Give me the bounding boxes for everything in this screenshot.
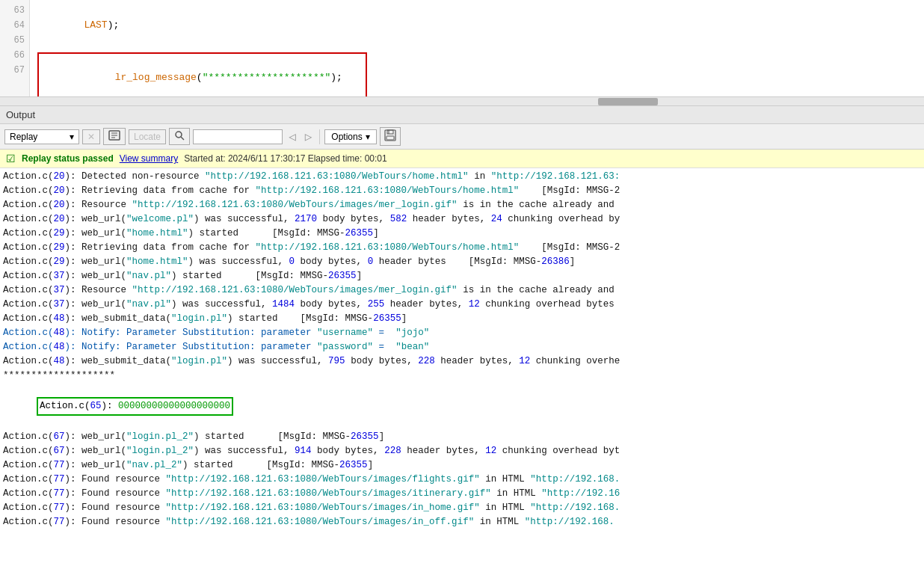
log-line-20: Action.c(77): Found resource "http://192… (3, 473, 921, 487)
save-button[interactable] (380, 127, 401, 146)
log-line-14: Action.c(48): web_submit_data("login.pl"… (3, 354, 921, 369)
options-dropdown[interactable]: Options ▾ (324, 129, 376, 144)
log-line-10: Action.c(37): web_url("nav.pl") was succ… (3, 298, 921, 312)
log-line-8: Action.c(37): web_url("nav.pl") started … (3, 269, 921, 283)
log-line-5: Action.c(29): web_url("home.html") start… (3, 227, 921, 241)
output-header: Output (0, 106, 924, 124)
code-editor: 63 64 65 66 67 LAST); lr_log_message("**… (0, 0, 924, 97)
log-line-6: Action.c(29): Retrieving data from cache… (3, 241, 921, 255)
save-icon (384, 129, 396, 141)
log-line-18: Action.c(67): web_url("login.pl_2") was … (3, 444, 921, 458)
script-view-button[interactable] (103, 128, 126, 145)
search-input[interactable] (193, 129, 283, 144)
search-icon (174, 130, 185, 141)
log-line-13: Action.c(48): Notify: Parameter Substitu… (3, 340, 921, 354)
scrollbar-thumb[interactable] (598, 98, 658, 105)
replay-dropdown[interactable]: Replay ▾ (4, 129, 79, 144)
status-passed-text: Replay status passed (22, 153, 114, 164)
view-summary-link[interactable]: View summary (120, 153, 178, 164)
log-line-19: Action.c(77): web_url("nav.pl_2") starte… (3, 458, 921, 473)
status-time-info: Started at: 2024/6/11 17:30:17 Elapsed t… (184, 153, 387, 164)
svg-rect-7 (387, 130, 393, 134)
code-content: LAST); lr_log_message("*****************… (30, 0, 924, 96)
log-line-12: Action.c(48): Notify: Parameter Substitu… (3, 326, 921, 340)
log-line-1: Action.c(20): Detected non-resource "htt… (3, 170, 921, 184)
status-bar: ☑ Replay status passed View summary Star… (0, 150, 924, 168)
search-button[interactable] (169, 128, 190, 145)
log-line-23: Action.c(77): Found resource "http://192… (3, 515, 921, 529)
highlighted-code-block: lr_log_message("********************"); … (37, 52, 367, 96)
code-line-63: LAST); (37, 3, 917, 48)
stop-button[interactable]: ✕ (82, 129, 100, 144)
replay-label: Replay (10, 132, 37, 142)
highlighted-log-block: Action.c(65): 00000000000000000000 (37, 397, 233, 416)
options-arrow: ▾ (366, 132, 370, 142)
output-toolbar: Replay ▾ ✕ Locate ◁ ▷ Options (0, 124, 924, 150)
prev-result-button[interactable]: ◁ (286, 128, 299, 146)
script-view-icon (108, 130, 120, 141)
output-label: Output (6, 109, 35, 120)
log-line-2: Action.c(20): Retrieving data from cache… (3, 184, 921, 198)
log-line-21: Action.c(77): Found resource "http://192… (3, 487, 921, 501)
log-line-17: Action.c(67): web_url("login.pl_2") star… (3, 430, 921, 444)
output-section: Output Replay ▾ ✕ Locate ◁ ▷ (0, 106, 924, 578)
log-line-7: Action.c(29): web_url("home.html") was s… (3, 255, 921, 269)
log-line-stars: ******************** (3, 369, 921, 383)
svg-point-4 (176, 132, 182, 138)
log-line-highlight: Action.c(65): 00000000000000000000 (3, 383, 921, 430)
log-line-4: Action.c(20): web_url("welcome.pl") was … (3, 212, 921, 227)
toolbar-separator (319, 129, 320, 144)
log-line-11: Action.c(48): web_submit_data("login.pl"… (3, 312, 921, 326)
log-line-22: Action.c(77): Found resource "http://192… (3, 501, 921, 515)
horizontal-scrollbar[interactable] (0, 97, 924, 106)
locate-label: Locate (134, 132, 161, 142)
line-numbers: 63 64 65 66 67 (0, 0, 30, 96)
locate-button[interactable]: Locate (129, 129, 166, 144)
status-check-icon: ☑ (6, 153, 16, 165)
svg-rect-8 (386, 136, 394, 140)
next-result-button[interactable]: ▷ (302, 128, 315, 146)
options-label: Options (331, 132, 362, 142)
replay-dropdown-arrow: ▾ (70, 132, 74, 142)
log-line-3: Action.c(20): Resource "http://192.168.1… (3, 198, 921, 212)
log-output[interactable]: Action.c(20): Detected non-resource "htt… (0, 168, 924, 578)
svg-line-5 (181, 137, 184, 140)
log-line-9: Action.c(37): Resource "http://192.168.1… (3, 283, 921, 298)
